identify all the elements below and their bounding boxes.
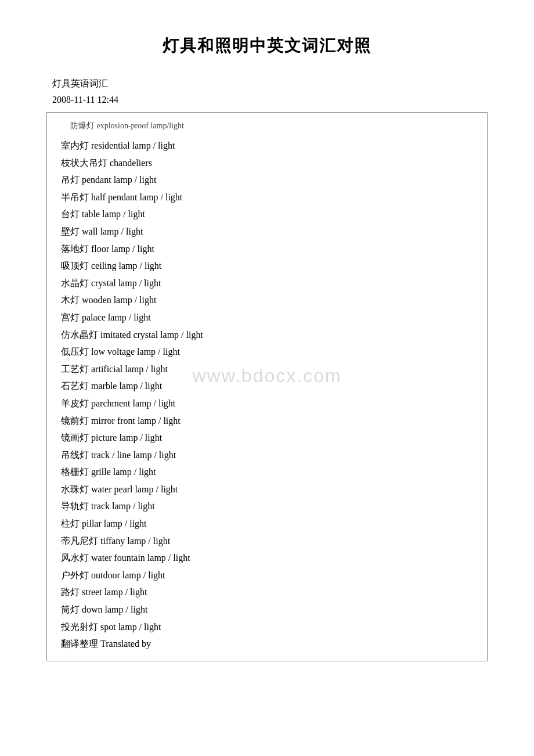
list-item: 路灯 street lamp / light — [59, 584, 475, 601]
subtitle: 灯具英语词汇 — [46, 78, 488, 90]
list-item: 枝状大吊灯 chandeliers — [59, 154, 475, 172]
list-item: 落地灯 floor lamp / light — [59, 240, 475, 258]
list-item: 吊线灯 track / line lamp / light — [59, 447, 475, 464]
list-item: 水珠灯 water pearl lamp / light — [59, 481, 475, 498]
list-item: 蒂凡尼灯 tiffany lamp / light — [59, 532, 475, 550]
list-item: 投光射灯 spot lamp / light — [59, 618, 475, 636]
list-item: 仿水晶灯 imitated crystal lamp / light — [59, 326, 475, 344]
list-item: 石艺灯 marble lamp / light — [59, 377, 475, 395]
list-item: 导轨灯 track lamp / light — [59, 498, 475, 515]
list-item: 吸顶灯 ceiling lamp / light — [59, 257, 475, 275]
list-item: 户外灯 outdoor lamp / light — [59, 567, 475, 584]
page-title: 灯具和照明中英文词汇对照 — [46, 35, 488, 57]
date: 2008-11-11 12:44 — [46, 95, 488, 105]
list-item: 水晶灯 crystal lamp / light — [59, 275, 475, 292]
list-item: 壁灯 wall lamp / light — [59, 223, 475, 240]
list-item: 格栅灯 grille lamp / light — [59, 463, 475, 481]
list-item: 半吊灯 half pendant lamp / light — [59, 189, 475, 206]
list-item: 镜前灯 mirror front lamp / light — [59, 412, 475, 430]
list-item: 室内灯 residential lamp / light — [59, 137, 475, 154]
header-row: 防爆灯 explosion-proof lamp/light — [59, 121, 475, 131]
list-item: 工艺灯 artificial lamp / light — [59, 361, 475, 378]
list-item: 木灯 wooden lamp / light — [59, 291, 475, 309]
content-box: www.bdocx.com 防爆灯 explosion-proof lamp/l… — [46, 112, 488, 661]
list-item: 柱灯 pillar lamp / light — [59, 515, 475, 532]
list-item: 羊皮灯 parchment lamp / light — [59, 395, 475, 412]
vocab-list: 室内灯 residential lamp / light枝状大吊灯 chande… — [59, 137, 475, 653]
list-item: 翻译整理 Translated by — [59, 635, 475, 653]
list-item: 吊灯 pendant lamp / light — [59, 171, 475, 189]
list-item: 筒灯 down lamp / light — [59, 601, 475, 618]
list-item: 镜画灯 picture lamp / light — [59, 429, 475, 447]
list-item: 风水灯 water fountain lamp / light — [59, 549, 475, 567]
list-item: 台灯 table lamp / light — [59, 206, 475, 223]
list-item: 宫灯 palace lamp / light — [59, 309, 475, 326]
list-item: 低压灯 low voltage lamp / light — [59, 343, 475, 361]
